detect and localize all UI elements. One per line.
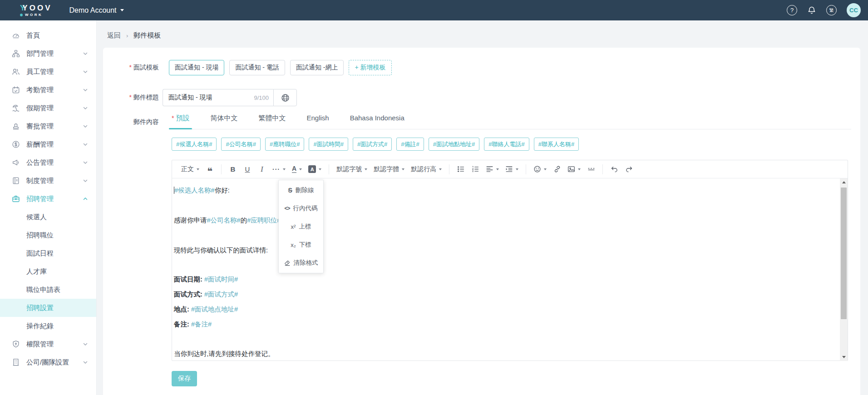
scrollbar-thumb[interactable] bbox=[841, 188, 847, 319]
scroll-up-arrow[interactable] bbox=[840, 178, 848, 186]
bold-button[interactable]: B bbox=[226, 163, 240, 176]
quote-icon: ❝ bbox=[207, 169, 212, 173]
more-formats-button[interactable]: ··· bbox=[270, 163, 288, 176]
undo-button[interactable] bbox=[607, 163, 621, 176]
org-chart-icon bbox=[11, 49, 21, 59]
divider-button[interactable] bbox=[584, 163, 598, 176]
breadcrumb-back-link[interactable]: 返回 bbox=[107, 31, 121, 40]
language-tabs: *預設 简体中文 繁體中文 English Bahasa Indonesia bbox=[172, 114, 851, 129]
sidebar-subitem-talent-pool[interactable]: 人才庫 bbox=[0, 262, 96, 281]
sidebar-subitem-label: 人才庫 bbox=[26, 267, 47, 276]
chevron-down-icon bbox=[83, 341, 88, 347]
editor-bold-label: 面试日期: bbox=[174, 276, 202, 283]
chevron-down-icon bbox=[402, 168, 404, 170]
emoji-button[interactable] bbox=[531, 163, 549, 176]
sidebar-item-announcements[interactable]: 公告管理 bbox=[0, 153, 96, 172]
ordered-list-button[interactable] bbox=[469, 163, 482, 176]
italic-button[interactable]: I bbox=[255, 163, 269, 176]
chip-company-name[interactable]: #公司名稱# bbox=[221, 138, 260, 151]
tab-bahasa-indonesia[interactable]: Bahasa Indonesia bbox=[350, 114, 404, 129]
editor-content[interactable]: #候选人名称#你好: 感谢你申请#公司名称#的#应聘职位#一职。 现特此与你确认… bbox=[172, 178, 848, 361]
template-option-onsite[interactable]: 面試通知 - 現場 bbox=[169, 60, 224, 75]
bullet-list-button[interactable] bbox=[454, 163, 468, 176]
menu-item-superscript[interactable]: x² 上標 bbox=[279, 217, 323, 236]
blockquote-button[interactable]: ❝ bbox=[203, 163, 217, 176]
sidebar-item-recruitment[interactable]: 招聘管理 bbox=[0, 190, 96, 208]
sidebar-item-payroll[interactable]: 薪酬管理 bbox=[0, 135, 96, 153]
align-button[interactable] bbox=[483, 163, 502, 176]
chevron-down-icon bbox=[83, 178, 88, 183]
template-option-online[interactable]: 面試通知 -網上 bbox=[290, 60, 344, 75]
sidebar-item-attendance[interactable]: 考勤管理 bbox=[0, 81, 96, 99]
chip-interview-method[interactable]: #面試方式# bbox=[353, 138, 392, 151]
subject-char-counter: 9/100 bbox=[254, 94, 269, 101]
chip-candidate-name[interactable]: #候選人名稱# bbox=[172, 138, 217, 151]
tab-default[interactable]: *預設 bbox=[172, 114, 189, 129]
tab-simplified-chinese[interactable]: 简体中文 bbox=[210, 114, 237, 129]
avatar[interactable]: CC bbox=[847, 3, 861, 17]
indent-button[interactable] bbox=[503, 163, 521, 176]
line-height-select[interactable]: 默認行高 bbox=[408, 163, 444, 176]
header-actions: ? 繁 CC bbox=[787, 3, 861, 17]
sidebar-item-employees[interactable]: 員工管理 bbox=[0, 63, 96, 81]
strikethrough-icon: S bbox=[288, 187, 292, 194]
menu-item-subscript[interactable]: x₂ 下標 bbox=[279, 236, 323, 254]
help-button[interactable]: ? bbox=[787, 5, 797, 15]
paragraph-style-select[interactable]: 正文 bbox=[178, 163, 202, 176]
language-button[interactable]: 繁 bbox=[826, 5, 837, 15]
sidebar-item-leave[interactable]: 假期管理 bbox=[0, 99, 96, 117]
sidebar-item-company-settings[interactable]: 公司/團隊設置 bbox=[0, 353, 96, 371]
sidebar-subitem-positions[interactable]: 招聘職位 bbox=[0, 226, 96, 244]
template-field-label: *面試模板 bbox=[103, 64, 159, 72]
sidebar-subitem-application-form[interactable]: 職位申請表 bbox=[0, 281, 96, 299]
sidebar-item-home[interactable]: 首頁 bbox=[0, 26, 96, 44]
underline-icon: U bbox=[245, 165, 250, 173]
highlight-color-button[interactable]: A bbox=[306, 163, 324, 176]
link-icon bbox=[553, 165, 561, 173]
account-switcher[interactable]: Demo Account bbox=[69, 6, 123, 15]
sidebar-item-approvals[interactable]: 審批管理 bbox=[0, 117, 96, 135]
font-color-button[interactable]: A bbox=[289, 163, 305, 176]
sidebar-subitem-candidates[interactable]: 候選人 bbox=[0, 208, 96, 226]
sidebar-item-label: 員工管理 bbox=[26, 68, 83, 76]
save-button[interactable]: 保存 bbox=[172, 371, 197, 386]
menu-item-strikethrough[interactable]: S 刪除線 bbox=[279, 181, 323, 199]
template-option-phone[interactable]: 面試通知 - 電話 bbox=[229, 60, 285, 75]
redo-button[interactable] bbox=[622, 163, 636, 176]
notifications-button[interactable] bbox=[807, 6, 816, 15]
menu-item-label: 下標 bbox=[299, 241, 311, 249]
font-family-select[interactable]: 默認字體 bbox=[371, 163, 407, 176]
chip-interview-time[interactable]: #面試時間# bbox=[309, 138, 348, 151]
scroll-down-arrow[interactable] bbox=[840, 353, 848, 361]
translate-button[interactable] bbox=[273, 89, 297, 106]
required-mark: * bbox=[129, 94, 132, 101]
underline-button[interactable]: U bbox=[241, 163, 254, 176]
subject-input[interactable]: 面試通知 - 現場 9/100 bbox=[163, 89, 273, 106]
sidebar-item-permissions[interactable]: 權限管理 bbox=[0, 335, 96, 353]
menu-item-clear-format[interactable]: 清除格式 bbox=[279, 254, 323, 272]
image-button[interactable] bbox=[565, 163, 583, 176]
font-size-select[interactable]: 默認字號 bbox=[334, 163, 370, 176]
chip-applied-position[interactable]: #應聘職位# bbox=[265, 138, 304, 151]
chip-contact-name[interactable]: #聯系人名稱# bbox=[534, 138, 579, 151]
tab-english[interactable]: English bbox=[306, 114, 329, 129]
sidebar-item-policies[interactable]: 制度管理 bbox=[0, 172, 96, 190]
sidebar-subitem-interview-schedule[interactable]: 面試日程 bbox=[0, 244, 96, 262]
link-button[interactable] bbox=[550, 163, 564, 176]
globe-icon bbox=[281, 93, 290, 103]
sidebar-item-label: 招聘管理 bbox=[26, 195, 83, 203]
add-template-button[interactable]: + 新增模板 bbox=[349, 60, 391, 75]
tab-traditional-chinese[interactable]: 繁體中文 bbox=[258, 114, 286, 129]
chip-remarks[interactable]: #備註# bbox=[396, 138, 424, 151]
chip-interview-address[interactable]: #面試地點地址# bbox=[429, 138, 479, 151]
menu-item-inline-code[interactable]: <> 行內代碼 bbox=[279, 199, 323, 217]
editor-scrollbar[interactable] bbox=[840, 178, 848, 361]
sidebar-subitem-recruitment-settings[interactable]: 招聘設置 bbox=[0, 299, 96, 317]
toolbar-divider bbox=[526, 164, 526, 174]
sidebar-subitem-operation-log[interactable]: 操作紀錄 bbox=[0, 317, 96, 335]
chip-contact-phone[interactable]: #聯絡人電話# bbox=[484, 138, 529, 151]
sidebar-item-departments[interactable]: 部門管理 bbox=[0, 44, 96, 63]
highlight-color-icon: A bbox=[308, 165, 316, 173]
editor-paragraph: 面试日期: #面试时间# bbox=[174, 274, 834, 284]
placeholder-chips: #候選人名稱# #公司名稱# #應聘職位# #面試時間# #面試方式# #備註#… bbox=[172, 138, 579, 151]
